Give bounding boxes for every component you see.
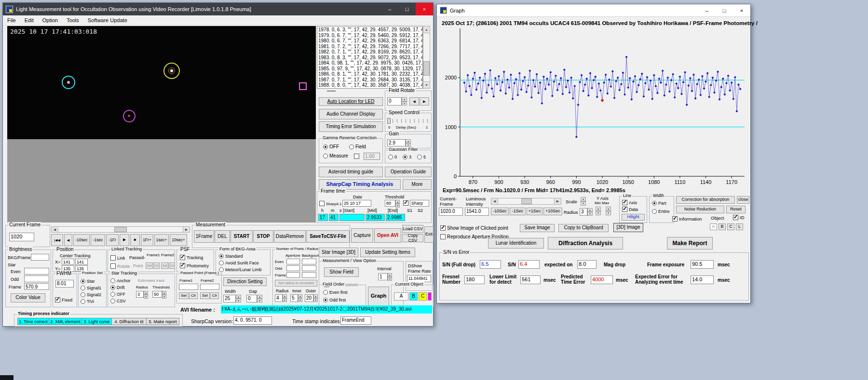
minus-10sec-nav-button[interactable]: -10Sec: [491, 208, 509, 215]
list-scrollbar[interactable]: [423, 26, 430, 89]
scale-spinner[interactable]: [581, 197, 586, 206]
sharp41-checkbox[interactable]: Sharp4.1: [319, 201, 341, 206]
graph-object-l-button[interactable]: L: [736, 223, 743, 230]
anchor-radio[interactable]: Anchor: [110, 278, 131, 283]
frame-brightness-value[interactable]: 570.9: [24, 283, 49, 290]
minute-value[interactable]: 41: [329, 214, 339, 221]
checkbox-icon[interactable]: [672, 216, 678, 222]
px-odd-background[interactable]: [302, 265, 316, 271]
audio-channel-button[interactable]: Audio Channel Display: [319, 109, 383, 119]
line-axis-checkbox[interactable]: Axis: [622, 200, 637, 205]
checkbox-icon[interactable]: [110, 255, 116, 261]
plus-1frame-button[interactable]: 1Fr+: [141, 234, 153, 246]
radio-icon[interactable]: [81, 279, 85, 284]
gaussian-option-3[interactable]: 3: [403, 155, 411, 159]
st-radius-spinner[interactable]: [144, 291, 148, 298]
graph-button[interactable]: Graph: [368, 287, 389, 306]
pp-clr2-button[interactable]: Clr: [210, 292, 219, 299]
graph-object-b-button[interactable]: B: [719, 223, 726, 230]
save-image-button[interactable]: Save Image: [520, 224, 555, 232]
hilight-button[interactable]: Hilight: [622, 214, 645, 221]
radio-icon[interactable]: [219, 254, 224, 259]
off-radio[interactable]: OFF: [110, 292, 125, 297]
width-spinner[interactable]: [236, 295, 241, 302]
radius-value[interactable]: 4: [275, 294, 283, 302]
interval-value[interactable]: 1: [378, 273, 388, 280]
checkbox-icon[interactable]: [440, 225, 446, 231]
x2-value[interactable]: 141: [75, 259, 88, 265]
hour-value[interactable]: 17: [318, 214, 328, 221]
radio-icon[interactable]: [652, 201, 657, 206]
plus-10sec-nav-button[interactable]: +10Sec: [543, 208, 562, 215]
lunar-identification-button[interactable]: Lunar Identification: [488, 238, 544, 249]
sharp-checkbox[interactable]: [403, 200, 408, 206]
y-min-spinner[interactable]: [596, 207, 601, 215]
st-threshold-value[interactable]: 50: [152, 291, 162, 298]
id-checkbox[interactable]: ID: [733, 215, 745, 220]
link-checkbox[interactable]: Link: [110, 255, 125, 261]
skip-start-button[interactable]: |◀◀: [51, 234, 63, 246]
radio-icon[interactable]: [323, 290, 328, 295]
menu-edit[interactable]: Edit: [20, 16, 38, 25]
object-a-button[interactable]: A: [394, 292, 408, 301]
list-item[interactable]: 1987. 0, 7. 1, "", 17, 42, 30. 2684, 30.…: [318, 77, 421, 83]
checkbox-icon[interactable]: [55, 297, 60, 302]
lt-set2-button[interactable]: Set: [161, 262, 168, 269]
graph-frame-thumb[interactable]: [521, 198, 532, 204]
open-avi-button[interactable]: Open AVI: [374, 228, 401, 243]
graph-object-c-button[interactable]: C: [727, 223, 734, 230]
close-icon[interactable]: ×: [733, 4, 750, 17]
set-radius-recorded-button[interactable]: Set radius to recorded: [275, 280, 317, 287]
psf-photometry-checkbox[interactable]: Photometry: [180, 263, 209, 268]
radio-icon[interactable]: [652, 209, 657, 214]
current-frame-value[interactable]: 1020: [9, 233, 34, 241]
odd-value[interactable]: [24, 275, 49, 282]
more-button[interactable]: More: [403, 179, 432, 190]
field-rotate-value[interactable]: 0: [387, 97, 402, 105]
plus-10sec-button[interactable]: 10sec+: [170, 234, 187, 246]
gap-spinner[interactable]: [257, 295, 262, 302]
radio-icon[interactable]: [323, 154, 328, 158]
gap-value[interactable]: 0: [246, 295, 257, 302]
list-item[interactable]: 1982. 0, 7. 1, "", 17, 42, 29. 8169, 29.…: [318, 49, 421, 55]
menu-tools[interactable]: Tools: [62, 16, 83, 25]
width-part-radio[interactable]: Part: [652, 201, 666, 206]
copy-csv-button[interactable]: Copy CSV: [402, 234, 423, 242]
asteroid-timing-guide-button[interactable]: Asteroid timing guide: [319, 167, 383, 177]
bkg-standard-radio[interactable]: Standard: [219, 254, 243, 259]
bkg-meteor-radio[interactable]: Meteor/Lunar Limb: [219, 267, 262, 272]
radio-icon[interactable]: [388, 155, 393, 159]
radio-icon[interactable]: [110, 292, 115, 297]
correction-absorption-button[interactable]: Correction for absorption: [676, 196, 735, 204]
start-button[interactable]: START: [231, 230, 253, 243]
interval-spinner[interactable]: [388, 273, 392, 280]
show-field-button[interactable]: Show Field: [324, 267, 359, 277]
outer-value[interactable]: 20: [305, 294, 313, 302]
checkbox-icon[interactable]: [733, 215, 738, 220]
line-data-checkbox[interactable]: Data: [622, 207, 638, 212]
plus-1sec-nav-button[interactable]: +1Sec: [527, 208, 542, 215]
lt-clr2-button[interactable]: Clr: [169, 262, 175, 269]
st-threshold-spinner[interactable]: [162, 291, 166, 298]
position-set-star[interactable]: Star: [81, 279, 95, 284]
position-set-signal1[interactable]: Signal1: [81, 286, 101, 290]
list-item[interactable]: 1980. 0, 6. 7, "", 17, 42, 29. 6363, 29.…: [318, 38, 421, 44]
radio-icon[interactable]: [403, 155, 407, 159]
lt-clr1-button[interactable]: Clr: [153, 262, 160, 269]
color-value-button[interactable]: Color Value: [11, 293, 45, 302]
reset-button[interactable]: Reset: [726, 206, 746, 213]
save-to-csv-button[interactable]: SaveToCSV-File: [306, 230, 350, 243]
gamma-checkbox[interactable]: [354, 154, 359, 159]
capture-button[interactable]: Capture: [351, 228, 373, 243]
exit-button[interactable]: Exit: [424, 226, 434, 243]
step-light-curve[interactable]: 3. Light curve: [82, 318, 112, 325]
star-image-3d-button[interactable]: Star Image [3D]: [319, 248, 358, 257]
plus-1sec-button[interactable]: 1sec+: [154, 234, 169, 246]
stop-measure-button[interactable]: STOP: [253, 230, 273, 243]
px-frame-aperture[interactable]: [286, 272, 300, 278]
checkbox-icon[interactable]: [180, 255, 185, 260]
gaussian-option-5[interactable]: 5: [417, 155, 426, 159]
luminous-intensity-value[interactable]: 1541.0: [465, 208, 489, 216]
bkg-frame-value[interactable]: [31, 254, 49, 261]
video-frame[interactable]: 2025 10 17 17:41:03:018: [7, 26, 316, 139]
